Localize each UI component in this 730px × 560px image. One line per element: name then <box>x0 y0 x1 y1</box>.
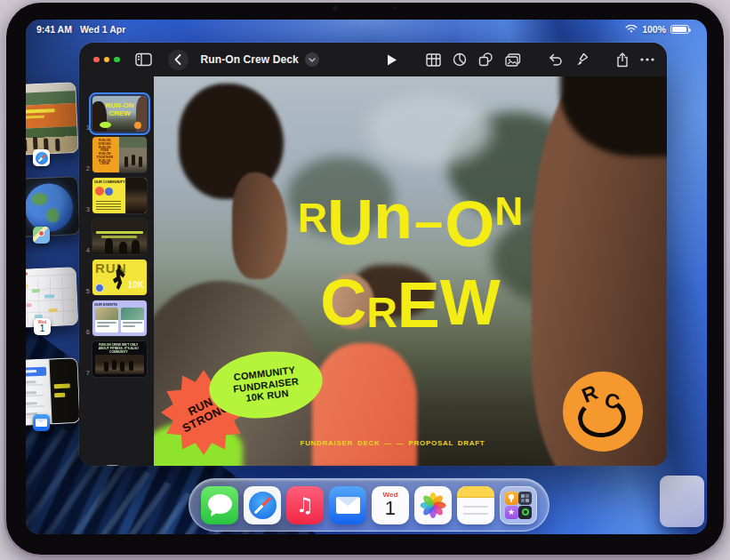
calendar-badge-day: 1 <box>34 324 51 332</box>
wallpaper-light-panel <box>660 476 704 527</box>
notes-line <box>463 513 488 516</box>
dock: ♫ Wed 1 <box>189 478 550 532</box>
app-library-tips-mini <box>505 492 518 505</box>
slide-navigator: 1 RUN-ON CREW 2 <box>79 76 154 466</box>
mail-row <box>26 390 47 398</box>
calendar-event <box>44 294 54 298</box>
slide-thumbnail-7[interactable]: RUN-ON CREW ISN'T ONLY ABOUT FITNESS, IT… <box>92 341 147 377</box>
mail-app-icon[interactable] <box>329 486 366 524</box>
thumb5-blue-badge <box>95 284 104 292</box>
calendar-app-icon[interactable]: Wed 1 <box>372 486 409 524</box>
minimize-window-button[interactable] <box>104 57 110 63</box>
thumb2-photo <box>119 137 147 172</box>
app-library-icon[interactable]: ★ <box>500 486 537 524</box>
keynote-window: Run-On Crew Deck <box>79 43 667 466</box>
close-window-button[interactable] <box>93 57 100 63</box>
app-library-mini <box>518 492 532 505</box>
thumb-figure <box>119 242 127 254</box>
photo-sky <box>367 94 492 165</box>
stage-manager-safari-window[interactable] <box>26 82 79 156</box>
slide-number: 2 <box>83 164 90 172</box>
messages-app-icon[interactable] <box>201 486 238 524</box>
more-button[interactable] <box>640 58 654 61</box>
traffic-lights <box>93 57 120 63</box>
slide-canvas[interactable]: RUn–ON CREW COMMUNITY FUNDRAISER 10K RUN <box>154 76 667 466</box>
slide-thumbnail-1[interactable]: RUN-ON CREW <box>92 96 147 132</box>
chart-button[interactable] <box>453 52 467 67</box>
thumb-green-badge <box>100 122 111 128</box>
zoom-window-button[interactable] <box>114 57 120 63</box>
maps-landmass <box>46 208 60 223</box>
scene: 9:41 AM Wed 1 Apr 100% <box>0 0 730 560</box>
notes-app-icon[interactable] <box>457 486 494 524</box>
slide-thumbnail-2[interactable]: RUN-ON STRONG RUN-ON FREE RUN-ON TOGETHE… <box>92 137 147 172</box>
ipad-device-frame: 9:41 AM Wed 1 Apr 100% <box>4 0 726 557</box>
slide-number: 5 <box>83 287 90 295</box>
slide-number: 6 <box>83 328 90 336</box>
slide-headline-line1[interactable]: RUn–ON <box>154 190 667 256</box>
slide-thumbnail-4[interactable] <box>92 219 147 254</box>
status-date: Wed 1 Apr <box>80 24 125 35</box>
thumb3-paragraph <box>96 199 121 210</box>
slide-number: 4 <box>83 246 90 254</box>
thumb-figure <box>132 240 140 254</box>
app-library-mini <box>518 506 532 519</box>
slide-row-3: 3 OUR COMMUNITY <box>79 178 154 213</box>
photos-app-icon[interactable] <box>414 486 452 524</box>
title-chevron-down-icon[interactable] <box>305 52 319 67</box>
back-button[interactable] <box>168 50 189 70</box>
thumb6-event-card <box>121 308 144 332</box>
notes-line <box>463 506 488 508</box>
thumb1-headline: RUN-ON CREW <box>92 102 147 117</box>
calendar-grid <box>26 277 75 324</box>
rc-smiley-badge[interactable]: R C <box>563 372 643 452</box>
share-button[interactable] <box>616 52 629 68</box>
slide-thumbnail-5[interactable]: RUN 10K <box>92 260 147 295</box>
undo-button[interactable] <box>549 53 563 66</box>
toolbar-right-cluster <box>385 43 654 76</box>
slide-row-4: 4 <box>79 219 154 254</box>
format-brush-button[interactable] <box>574 52 589 67</box>
safari-app-badge[interactable] <box>33 149 50 166</box>
slide-row-6: 6 OUR EVENTS <box>79 300 154 336</box>
wifi-icon <box>625 25 638 34</box>
thumb6-title: OUR EVENTS <box>94 302 130 307</box>
slide-number: 1 <box>83 124 90 132</box>
stage-manager-calendar-window[interactable] <box>26 267 78 328</box>
slide-thumbnail-3[interactable]: OUR COMMUNITY <box>92 178 147 213</box>
thumb-orange-badge <box>134 122 141 129</box>
mail-envelope <box>336 497 360 514</box>
add-slide-button[interactable]: + <box>105 465 120 466</box>
keynote-toolbar: Run-On Crew Deck <box>79 43 667 76</box>
table-button[interactable] <box>426 53 441 67</box>
calendar-day: 1 <box>372 499 409 518</box>
sidebar-toggle-icon[interactable] <box>135 52 152 67</box>
maps-globe <box>26 182 74 232</box>
thumb5-10k-text: 10K <box>128 280 144 290</box>
thumb7-photo <box>95 355 144 374</box>
document-title[interactable]: Run-On Crew Deck <box>201 53 299 66</box>
slide-row-2: 2 RUN-ON STRONG RUN-ON FREE RU <box>79 137 154 172</box>
music-note-icon: ♫ <box>286 493 324 516</box>
music-app-icon[interactable]: ♫ <box>286 486 324 524</box>
webpage-poster <box>26 103 76 129</box>
photo-runner-mid-top <box>312 343 417 466</box>
status-time: 9:41 AM <box>36 24 72 35</box>
mail-app-badge[interactable] <box>33 414 50 431</box>
thumb3-blue-badge <box>105 188 113 196</box>
microphone-dot <box>393 6 397 10</box>
maps-app-badge[interactable] <box>33 227 50 244</box>
battery-icon <box>670 25 689 34</box>
slide-row-1: 1 RUN-ON CREW <box>79 96 154 132</box>
play-button[interactable] <box>385 53 398 67</box>
slide-thumbnail-6[interactable]: OUR EVENTS <box>92 300 147 336</box>
slide-headline-line2[interactable]: CREW <box>154 270 667 337</box>
shapes-button[interactable] <box>478 52 493 67</box>
media-button[interactable] <box>505 53 521 67</box>
calendar-app-badge[interactable]: Wed 1 <box>34 318 51 335</box>
safari-app-icon[interactable] <box>244 486 281 524</box>
status-bar-left: 9:41 AM Wed 1 Apr <box>36 24 125 35</box>
screen: 9:41 AM Wed 1 Apr 100% <box>26 20 707 534</box>
rc-smile <box>576 396 628 439</box>
mail-banner <box>26 367 46 378</box>
